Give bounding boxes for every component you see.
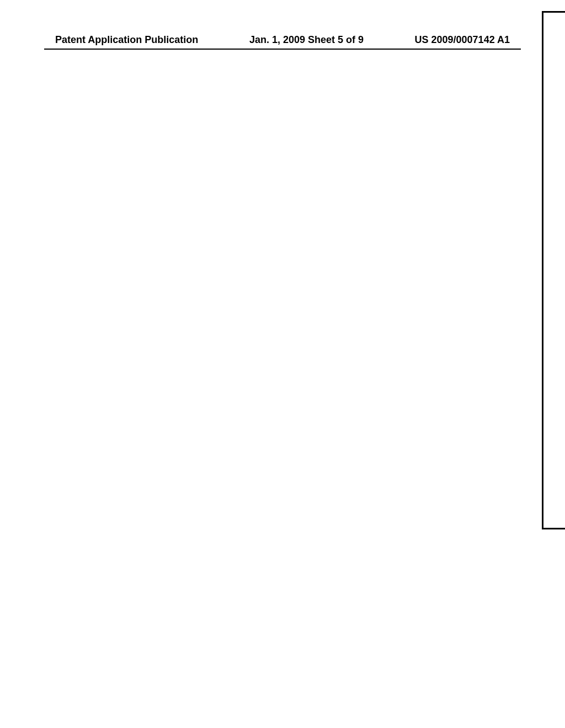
header-right: US 2009/0007142 A1 <box>415 34 510 46</box>
header-left: Patent Application Publication <box>55 34 198 46</box>
diagram-stage: Figure 5 Process A Activity 1 Activity 2… <box>542 11 565 529</box>
page-header: Patent Application Publication Jan. 1, 2… <box>0 34 565 46</box>
header-mid: Jan. 1, 2009 Sheet 5 of 9 <box>249 34 364 46</box>
outer-box: Process A Activity 1 Activity 2 Activity… <box>542 11 565 529</box>
arrows-overlay <box>540 13 565 531</box>
diagram-rotated-wrapper: Figure 5 Process A Activity 1 Activity 2… <box>393 270 565 728</box>
header-rule <box>44 49 521 50</box>
